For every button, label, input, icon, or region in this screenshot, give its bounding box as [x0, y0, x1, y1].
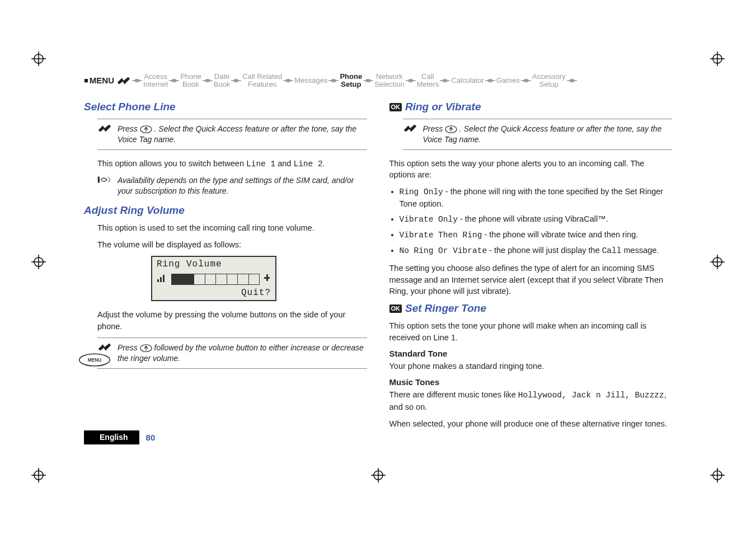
- heading-set-ringer-tone: OK Set Ringer Tone: [389, 302, 673, 315]
- breadcrumb-item: Messages: [294, 73, 327, 88]
- breadcrumb-item: AccessInternet: [143, 73, 168, 88]
- lcd-screen-mock: Ring Volume Quit?: [151, 256, 276, 301]
- breadcrumb-item: PhoneBook: [180, 73, 201, 88]
- breadcrumb-item: NetworkSelection: [374, 73, 404, 88]
- paragraph: This option is used to set the incoming …: [97, 222, 367, 233]
- svg-rect-51: [163, 275, 165, 282]
- paragraph: This option sets the way your phone aler…: [389, 158, 673, 181]
- hint-text: . Select the Quick Access feature or aft…: [118, 124, 356, 144]
- list-item: No Ring Or Vibrate - the phone will just…: [400, 245, 673, 257]
- breadcrumb-separator-icon: [439, 78, 451, 83]
- heading-ring-or-vibrate: OK Ring or Vibrate: [389, 101, 673, 113]
- quick-access-hint: Press . Select the Quick Access feature …: [97, 119, 367, 150]
- svg-point-6: [34, 257, 43, 266]
- breadcrumb-separator-icon: [131, 78, 143, 83]
- hint-text: . Select the Quick Access feature or aft…: [423, 124, 662, 144]
- paragraph: This option sets the tone your phone wil…: [389, 320, 673, 343]
- crop-mark-icon: [31, 255, 46, 269]
- breadcrumb-separator-icon: [327, 78, 340, 83]
- breadcrumb-item: PhoneSetup: [340, 73, 362, 88]
- subheading-music-tones: Music Tones: [389, 377, 673, 387]
- right-column: OK Ring or Vibrate Press . Select the Qu…: [389, 101, 673, 461]
- breadcrumb-item: DateBook: [214, 73, 231, 88]
- svg-point-18: [374, 471, 383, 480]
- breadcrumb-separator-icon: [520, 78, 532, 83]
- menu-badge-icon: MENU: [78, 353, 111, 369]
- breadcrumb-separator-icon: [282, 78, 294, 83]
- breadcrumb: ■ MENU AccessInternetPhoneBookDateBookCa…: [84, 73, 672, 88]
- paragraph: The volume will be displayed as follows:: [97, 239, 367, 250]
- paragraph: When selected, your phone will produce o…: [389, 418, 673, 429]
- svg-point-12: [34, 471, 43, 480]
- svg-point-0: [34, 54, 43, 63]
- svg-rect-50: [160, 277, 162, 282]
- breadcrumb-separator-icon: [405, 78, 417, 83]
- breadcrumb-separator-icon: [484, 78, 496, 83]
- footer-language: English: [84, 430, 139, 444]
- page-footer: English 80: [84, 430, 162, 444]
- svg-rect-46: [98, 177, 100, 183]
- volume-slider-icon: [263, 273, 271, 285]
- paragraph: There are different music tones like Hol…: [389, 389, 673, 413]
- hint-text: Press: [118, 124, 140, 133]
- note-icon: [97, 175, 113, 187]
- hint-text: Press: [423, 124, 445, 133]
- hint-text: followed by the volume button to either …: [118, 343, 364, 363]
- paragraph: The setting you choose also defines the …: [389, 263, 673, 297]
- breadcrumb-separator-icon: [362, 78, 374, 83]
- up-key-icon: [140, 344, 152, 352]
- options-list: Ring Only - the phone will ring with the…: [389, 186, 673, 257]
- hint-text: Press: [118, 343, 140, 352]
- breadcrumb-item: Call RelatedFeatures: [242, 73, 282, 88]
- crop-mark-icon: [710, 468, 725, 483]
- heading-text: Set Ringer Tone: [405, 302, 486, 315]
- heading-text: Ring or Vibrate: [405, 101, 481, 113]
- crop-mark-icon: [31, 51, 46, 66]
- menu-label: MENU: [90, 77, 114, 85]
- availability-note: Availability depends on the type and set…: [97, 175, 367, 196]
- svg-text:MENU: MENU: [88, 358, 101, 363]
- quick-access-icon: [116, 76, 131, 85]
- signal-bars-icon: [157, 273, 168, 285]
- footer-page-number: 80: [139, 430, 162, 444]
- heading-text: Adjust Ring Volume: [84, 204, 185, 217]
- svg-point-15: [713, 471, 722, 480]
- up-key-icon: [445, 125, 457, 133]
- breadcrumb-separator-icon: [201, 78, 214, 83]
- heading-select-phone-line: Select Phone Line: [84, 101, 367, 113]
- heading-adjust-ring-volume: Adjust Ring Volume: [84, 204, 367, 217]
- breadcrumb-separator-icon: [168, 78, 180, 83]
- breadcrumb-item: Games: [496, 73, 520, 88]
- list-item: Vibrate Then Ring - the phone will vibra…: [400, 229, 673, 241]
- breadcrumb-item: CallMeters: [417, 73, 439, 88]
- paragraph: Your phone makes a standard ringing tone…: [389, 360, 673, 372]
- up-key-icon: [140, 125, 152, 133]
- heading-text: Select Phone Line: [84, 101, 176, 113]
- quick-access-icon: [97, 124, 112, 135]
- note-text: Availability depends on the type and set…: [118, 175, 367, 196]
- svg-point-3: [713, 54, 722, 63]
- paragraph: Adjust the volume by pressing the volume…: [97, 309, 367, 332]
- left-column: Select Phone Line Press . Select the Qui…: [84, 101, 367, 461]
- crop-mark-icon: [371, 468, 386, 483]
- svg-rect-53: [266, 274, 268, 281]
- crop-mark-icon: [710, 255, 725, 269]
- svg-point-9: [713, 257, 722, 266]
- crop-mark-icon: [31, 468, 46, 483]
- lcd-row-title: Ring Volume: [152, 257, 275, 271]
- quick-access-hint: Press followed by the volume button to e…: [97, 338, 367, 369]
- breadcrumb-item: AccessorySetup: [532, 73, 566, 88]
- quick-access-hint: Press . Select the Quick Access feature …: [403, 119, 673, 150]
- list-item: Ring Only - the phone will ring with the…: [400, 186, 673, 210]
- lcd-row-quit: Quit?: [152, 288, 275, 300]
- breadcrumb-item: Calculator: [451, 73, 484, 88]
- paragraph: This option allows you to switch between…: [97, 158, 367, 170]
- breadcrumb-separator-icon: [566, 78, 578, 83]
- crop-mark-icon: [710, 51, 725, 66]
- ok-badge-icon: OK: [389, 305, 402, 313]
- breadcrumb-separator-icon: [230, 78, 242, 83]
- subheading-standard-tone: Standard Tone: [389, 349, 673, 358]
- svg-rect-49: [157, 279, 159, 282]
- volume-bar: [171, 274, 260, 285]
- quick-access-icon: [403, 124, 417, 135]
